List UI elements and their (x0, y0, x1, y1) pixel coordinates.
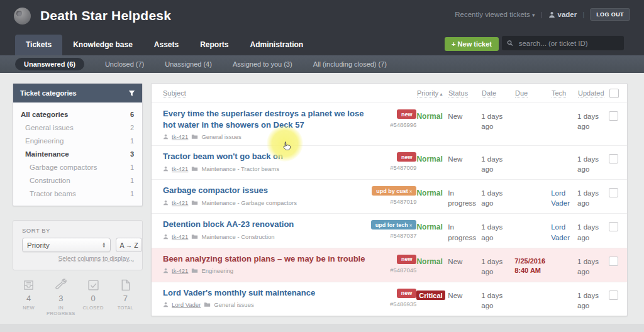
ticket-subject-link[interactable]: Every time the superlaser destroys a pla… (163, 108, 370, 130)
table-body: Every time the superlaser destroys a pla… (152, 102, 627, 316)
row-checkbox[interactable] (609, 290, 618, 300)
filter-assigned-to-you-3[interactable]: Assigned to you (3) (233, 60, 292, 68)
category-item-engineering[interactable]: Engineering1 (13, 134, 142, 147)
ticket-row[interactable]: Lord Vader's monthly suit maintenance Lo… (152, 282, 627, 316)
ticket-from-link[interactable]: tk-421 (172, 165, 188, 172)
sort-field-select[interactable]: Priority ▲▼ (22, 238, 111, 252)
tech-cell[interactable]: Lord Vader (551, 185, 577, 208)
status-badge[interactable]: new (397, 152, 417, 162)
select-columns-link[interactable]: Select columns to display... (58, 255, 134, 262)
person-icon (548, 11, 555, 18)
ticket-subject-link[interactable]: Detention block AA-23 renovation (163, 219, 370, 230)
tab-knowledge-base[interactable]: Knowledge base (62, 35, 143, 55)
filter-unassigned-4[interactable]: Unassigned (4) (165, 60, 212, 68)
filter-unanswered-6[interactable]: Unanswered (6) (15, 58, 84, 70)
tech-cell[interactable] (551, 253, 577, 257)
ticket-from-link[interactable]: tk-421 (172, 233, 188, 240)
tech-cell[interactable]: Lord Vader (551, 219, 577, 242)
updated-cell: 1 days ago (577, 253, 609, 277)
category-item-general-issues[interactable]: General issues2 (13, 121, 142, 134)
status-badge[interactable]: upd by cust× (372, 186, 416, 196)
status-badge[interactable]: upd for tech× (371, 220, 417, 230)
ticket-subject-link[interactable]: Lord Vader's monthly suit maintenance (163, 287, 370, 299)
column-header-due[interactable]: Due (515, 89, 552, 97)
ticket-subject-link[interactable]: Tractor beam won't go back on (163, 151, 370, 162)
column-header-tech[interactable]: Tech (552, 89, 578, 97)
tech-cell[interactable] (551, 151, 577, 154)
tech-cell[interactable] (551, 287, 577, 290)
column-header-status[interactable]: Status (448, 89, 482, 97)
status-badge[interactable]: new (397, 109, 417, 119)
filter-unclosed-7[interactable]: Unclosed (7) (105, 60, 144, 68)
search-input[interactable] (518, 39, 619, 48)
subject-cell: Been analyzing station plans – we may be… (163, 253, 377, 275)
tab-assets[interactable]: Assets (143, 35, 189, 55)
badge-dismiss-icon[interactable]: × (409, 189, 413, 194)
stat-total: 7TOTAL (109, 279, 142, 316)
subject-cell: Lord Vader's monthly suit maintenance Lo… (163, 287, 376, 309)
tab-administration[interactable]: Administration (240, 35, 314, 55)
row-checkbox[interactable] (609, 111, 618, 121)
recently-viewed-dropdown[interactable]: Recently viewed tickets ▾ (455, 11, 535, 18)
ticket-row[interactable]: Detention block AA-23 renovation tk-421 … (152, 213, 627, 247)
tech-cell[interactable] (551, 108, 577, 111)
row-checkbox[interactable] (609, 257, 618, 266)
row-checkbox[interactable] (609, 222, 618, 231)
priority-cell: Normal (416, 108, 448, 122)
person-icon (163, 166, 169, 172)
select-all-checkbox[interactable] (609, 89, 619, 98)
app-title: Death Star Helpdesk (40, 8, 171, 23)
priority-cell: Critical (416, 287, 448, 301)
filter-all-including-closed-7[interactable]: All (including closed) (7) (313, 60, 387, 68)
status-badge[interactable]: new (397, 289, 417, 298)
ticket-subject-link[interactable]: Garbage compactor issues (163, 185, 370, 196)
ticket-from-link[interactable]: tk-421 (172, 133, 188, 140)
sort-panel: SORT BY Priority ▲▼ A → Z Select columns… (13, 220, 143, 270)
stat-value: 7 (109, 294, 142, 303)
status-cell: In progress (448, 219, 481, 242)
ticket-from-link[interactable]: tk-421 (172, 199, 188, 206)
ticket-id: #5487037 (390, 232, 416, 239)
user-menu[interactable]: vader (548, 11, 577, 18)
ticket-subject-link[interactable]: Been analyzing station plans – we may be… (163, 253, 370, 265)
due-cell (514, 219, 551, 222)
category-count: 1 (130, 137, 134, 145)
updated-cell: 1 days ago (577, 108, 609, 131)
category-item-maintenance[interactable]: Maintenance3 (13, 147, 142, 160)
tab-reports[interactable]: Reports (189, 35, 239, 55)
ticket-from-link[interactable]: tk-421 (172, 267, 188, 274)
column-header-subject[interactable]: Subject (163, 89, 417, 97)
ticket-meta: tk-421 Engineering (163, 267, 370, 274)
category-item-garbage-compactors[interactable]: Garbage compactors1 (13, 160, 142, 174)
ticket-row[interactable]: Been analyzing station plans – we may be… (152, 248, 627, 282)
badge-dismiss-icon[interactable]: × (409, 223, 413, 228)
date-cell: 1 days ago (481, 151, 514, 174)
status-badge[interactable]: new (397, 255, 417, 264)
subject-cell: Every time the superlaser destroys a pla… (163, 108, 377, 140)
updated-cell: 1 days ago (577, 219, 609, 242)
stat-closed: 0CLOSED (77, 279, 109, 316)
stat-label: IN PROGRESS (45, 305, 77, 316)
category-item-all-categories[interactable]: All categories6 (13, 108, 142, 121)
badge-cell: new #5486996 (377, 108, 417, 128)
column-header-priority[interactable]: Priority ▴ (417, 89, 448, 97)
row-checkbox[interactable] (609, 188, 618, 197)
filter-funnel-icon[interactable] (128, 90, 135, 97)
category-item-tractor-beams[interactable]: Tractor beams1 (13, 187, 142, 200)
column-header-updated[interactable]: Updated (578, 89, 609, 97)
ticket-from-link[interactable]: Lord Vader (172, 301, 201, 308)
ticket-row[interactable]: Tractor beam won't go back on tk-421 Mai… (152, 145, 627, 179)
ticket-row[interactable]: Every time the superlaser destroys a pla… (152, 102, 627, 145)
new-ticket-button[interactable]: + New ticket (445, 37, 499, 51)
ticket-row[interactable]: Garbage compactor issues tk-421 Maintena… (152, 179, 627, 213)
tab-tickets[interactable]: Tickets (15, 35, 62, 55)
logout-button[interactable]: LOG OUT (590, 8, 630, 21)
badge-cell: upd for tech× #5487037 (376, 219, 416, 239)
row-checkbox[interactable] (609, 154, 618, 163)
person-icon (163, 134, 169, 140)
search-box[interactable] (502, 36, 624, 50)
column-header-date[interactable]: Date (482, 89, 515, 97)
sort-direction-button[interactable]: A → Z (116, 238, 142, 252)
category-item-construction[interactable]: Construction1 (13, 174, 142, 187)
folder-icon (191, 200, 198, 206)
